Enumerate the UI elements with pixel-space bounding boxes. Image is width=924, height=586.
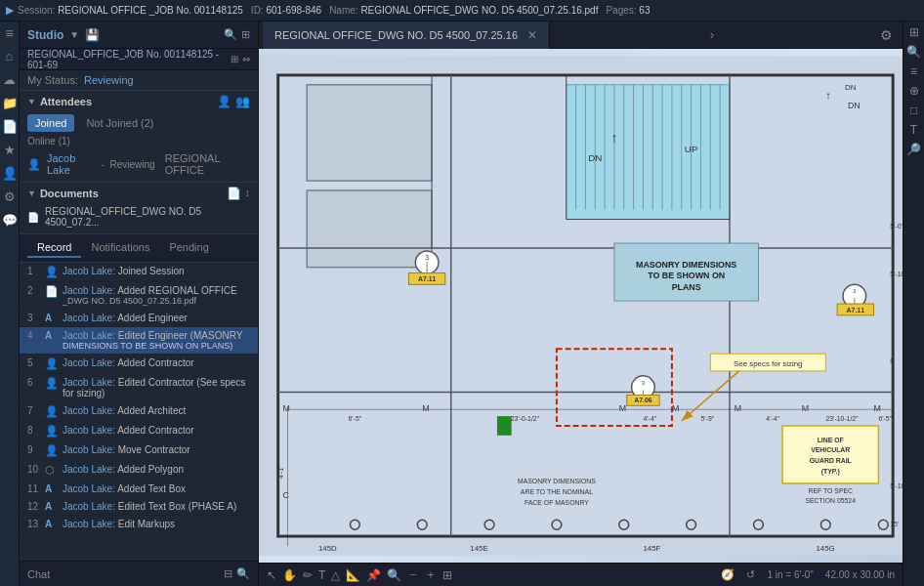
- rt-thumbnail-icon[interactable]: □: [905, 104, 923, 117]
- record-item[interactable]: 13 A Jacob Lake: Edit Markups: [20, 516, 258, 533]
- record-action: Added Text Box: [117, 483, 186, 494]
- svg-text:2: 2: [853, 288, 856, 294]
- attendees-chevron[interactable]: ▼: [27, 97, 36, 106]
- record-number: 11: [27, 483, 41, 494]
- pan-tool[interactable]: ✋: [282, 568, 297, 582]
- cloud-icon[interactable]: ☁: [2, 72, 18, 88]
- filter-icon[interactable]: ⊞: [231, 54, 238, 64]
- svg-text:A7.11: A7.11: [418, 275, 437, 282]
- grid-icon[interactable]: ⊞: [241, 28, 250, 41]
- user-icon[interactable]: 👤: [2, 166, 18, 182]
- chat-search-icon[interactable]: 🔍: [236, 567, 250, 580]
- record-author: Jacob Lake:: [63, 444, 115, 455]
- add-doc-icon[interactable]: 📄: [227, 187, 241, 200]
- svg-text:(TYP.): (TYP.): [821, 468, 840, 476]
- fit-tool[interactable]: ⊞: [442, 568, 452, 582]
- record-item[interactable]: 8 👤 Jacob Lake: Added Contractor: [20, 422, 258, 441]
- record-author: Jacob Lake:: [63, 405, 115, 416]
- shape-tool[interactable]: △: [331, 568, 340, 582]
- viewer-settings-icon[interactable]: ⚙: [874, 27, 899, 43]
- svg-text:VEHICULAR: VEHICULAR: [811, 446, 850, 453]
- document-row[interactable]: 📄 REGIONAL_OFFICE_DWG NO. D5 4500_07.2..…: [27, 204, 250, 230]
- record-content: Jacob Lake: Edit Markups: [63, 519, 250, 529]
- rt-magnify-icon[interactable]: 🔎: [905, 143, 923, 156]
- zoom-out-tool[interactable]: －: [407, 566, 419, 583]
- joined-tab[interactable]: Joined: [27, 114, 74, 132]
- record-item[interactable]: 10 ⬡ Jacob Lake: Added Polygon: [20, 461, 258, 481]
- docs-chevron[interactable]: ▼: [27, 188, 36, 198]
- settings-icon[interactable]: ⚙: [2, 189, 18, 205]
- record-author: Jacob Lake:: [63, 357, 115, 368]
- pointer-tool[interactable]: ↖: [267, 568, 276, 582]
- doc-file-icon: 📄: [27, 212, 39, 223]
- menu-icon[interactable]: ≡: [2, 25, 18, 41]
- viewer-bottom-toolbar: ↖ ✋ ✏ T △ 📐 📌 🔍 － ＋ ⊞ 🧭 ↺ 1 in = 6'-0" 4…: [259, 563, 903, 586]
- rt-nav-icon[interactable]: ⊕: [905, 84, 923, 98]
- record-item[interactable]: 12 A Jacob Lake: Edited Text Box (PHASE …: [20, 498, 258, 516]
- pending-tab[interactable]: Pending: [159, 238, 218, 258]
- search-icon[interactable]: 🔍: [224, 28, 237, 41]
- svg-text:4'-1": 4'-1": [277, 465, 284, 479]
- sort-doc-icon[interactable]: ↕: [245, 187, 251, 200]
- record-item[interactable]: 4 A Jacob Lake: Edited Engineer (MASONRY…: [20, 327, 258, 355]
- record-item[interactable]: 7 👤 Jacob Lake: Added Architect: [20, 402, 258, 422]
- svg-text:PLANS: PLANS: [672, 282, 701, 292]
- add-attendee-icon[interactable]: 👤: [217, 95, 231, 108]
- studio-label: Studio: [27, 28, 63, 42]
- chat-icon[interactable]: 💬: [2, 213, 18, 229]
- svg-text:MASONRY DIMENSIONS: MASONRY DIMENSIONS: [636, 260, 736, 270]
- record-item[interactable]: 5 👤 Jacob Lake: Added Contractor: [20, 355, 258, 374]
- rt-properties-icon[interactable]: ≡: [905, 64, 923, 78]
- markup-tool[interactable]: ✏: [303, 568, 313, 582]
- search-tool[interactable]: 🔍: [387, 568, 401, 582]
- marker-tool[interactable]: 📌: [366, 568, 381, 582]
- zoom-in-tool[interactable]: ＋: [425, 566, 437, 583]
- expand-icon[interactable]: ⇔: [242, 54, 250, 64]
- not-joined-tab[interactable]: Not Joined (2): [78, 114, 161, 132]
- record-item[interactable]: 1 👤 Jacob Lake: Joined Session: [20, 263, 258, 282]
- home-icon[interactable]: ⌂: [2, 49, 18, 64]
- record-action: Added REGIONAL OFFICE: [117, 285, 236, 296]
- star-icon[interactable]: ★: [2, 143, 18, 158]
- folder-icon[interactable]: 📁: [2, 96, 18, 111]
- svg-text:6'-5": 6'-5": [349, 415, 362, 422]
- measure-tool[interactable]: 📐: [346, 568, 360, 582]
- tab-chevron[interactable]: ›: [704, 28, 720, 42]
- record-item[interactable]: 6 👤 Jacob Lake: Edited Contractor (See s…: [20, 374, 258, 402]
- doc-icon[interactable]: 📄: [2, 119, 18, 135]
- record-item[interactable]: 3 A Jacob Lake: Added Engineer: [20, 310, 258, 327]
- rt-text-icon[interactable]: T: [905, 123, 923, 137]
- bottom-status: 🧭 ↺ 1 in = 6'-0" 42.00 x 30.00 in: [721, 568, 895, 581]
- attendees-header: ▼ Attendees 👤 👥: [27, 95, 250, 108]
- notifications-tab[interactable]: Notifications: [81, 238, 159, 258]
- viewer-tab[interactable]: REGIONAL OFFICE_DWG NO. D5 4500_07.25.16…: [263, 21, 550, 49]
- record-content: Jacob Lake: Added Engineer: [63, 313, 250, 323]
- record-item[interactable]: 2 📄 Jacob Lake: Added REGIONAL OFFICE _D…: [20, 282, 258, 310]
- close-tab-button[interactable]: ✕: [527, 28, 537, 42]
- record-author: Jacob Lake:: [63, 266, 115, 276]
- blueprint-canvas[interactable]: ↑ UP DN ↑ DN MASONRY DIMENSIONS TO BE SH…: [259, 49, 903, 563]
- session-label: Session:: [18, 5, 55, 16]
- chat-label: Chat: [27, 568, 50, 580]
- text-tool[interactable]: T: [318, 568, 325, 582]
- svg-text:8: 8: [890, 357, 894, 364]
- rt-zoom-icon[interactable]: 🔍: [905, 45, 923, 59]
- record-item[interactable]: 9 👤 Jacob Lake: Move Contractor: [20, 441, 258, 461]
- record-type-icon: 📄: [45, 285, 59, 298]
- my-status-value[interactable]: Reviewing: [84, 74, 134, 86]
- svg-text:M: M: [735, 403, 741, 413]
- record-type-icon: 👤: [45, 377, 59, 390]
- svg-text:REF TO SPEC: REF TO SPEC: [808, 487, 853, 494]
- invite-icon[interactable]: 👥: [235, 95, 250, 108]
- record-number: 13: [27, 519, 41, 529]
- chat-filter-icon[interactable]: ⊟: [224, 567, 232, 580]
- record-item[interactable]: 11 A Jacob Lake: Added Text Box: [20, 481, 258, 498]
- attendee-person-icon: 👤: [27, 158, 41, 171]
- svg-text:15': 15': [890, 521, 899, 527]
- job-bar: REGIONAL_OFFICE_JOB No. 001148125 - 601-…: [20, 49, 258, 70]
- rt-layers-icon[interactable]: ⊞: [905, 25, 923, 39]
- studio-chevron[interactable]: ▼: [69, 29, 79, 40]
- viewer-area: REGIONAL OFFICE_DWG NO. D5 4500_07.25.16…: [259, 21, 903, 586]
- record-tab[interactable]: Record: [27, 238, 81, 258]
- left-sidebar: ≡ ⌂ ☁ 📁 📄 ★ 👤 ⚙ 💬: [0, 21, 20, 586]
